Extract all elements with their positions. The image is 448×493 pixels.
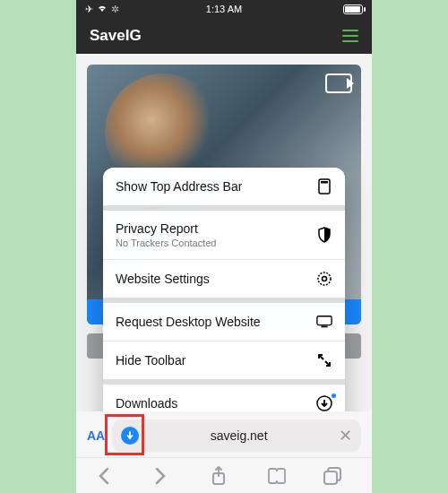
download-circle-icon [316,395,332,411]
menu-sublabel: No Trackers Contacted [116,238,217,248]
menu-website-settings[interactable]: Website Settings [103,260,345,303]
site-header: SaveIG [76,18,372,54]
desktop-icon [316,314,332,330]
airplane-icon: ✈ [85,4,93,15]
menu-request-desktop[interactable]: Request Desktop Website [103,303,345,342]
menu-label: Hide Toolbar [116,353,185,368]
status-bar: ✈ ✲ 1:13 AM [76,0,372,18]
svg-rect-1 [321,181,328,184]
menu-show-top-address[interactable]: Show Top Address Bar [103,168,345,211]
menu-hide-toolbar[interactable]: Hide Toolbar [103,342,345,385]
phone-frame: ✈ ✲ 1:13 AM SaveIG Show Top Address Bar [76,0,372,493]
svg-rect-12 [324,471,337,484]
menu-label: Downloads [116,396,177,411]
expand-icon [316,352,332,368]
bookmarks-button[interactable] [267,468,294,484]
forward-button[interactable] [154,467,181,485]
loading-icon: ✲ [111,4,119,15]
address-bar-area: AA saveig.net ✕ [76,411,372,457]
back-button[interactable] [98,467,125,485]
shield-icon [316,227,332,243]
share-button[interactable] [211,466,237,486]
aa-button[interactable]: AA [87,428,105,443]
bottom-toolbar [76,457,372,493]
svg-point-2 [318,272,331,285]
menu-privacy-report[interactable]: Privacy Report No Trackers Contacted [103,211,345,260]
page-content: Show Top Address Bar Privacy Report No T… [76,54,372,411]
wifi-icon [97,4,108,14]
tabs-button[interactable] [323,467,350,485]
download-indicator-icon[interactable] [121,427,139,445]
badge-dot [332,394,336,398]
menu-label: Privacy Report [116,221,217,236]
aa-menu: Show Top Address Bar Privacy Report No T… [103,168,345,411]
hamburger-icon[interactable] [342,30,358,42]
battery-icon [343,4,363,14]
clock: 1:13 AM [206,4,242,14]
gear-icon [316,271,332,287]
menu-label: Request Desktop Website [116,315,261,329]
menu-label: Website Settings [116,272,210,286]
url-text: saveig.net [146,428,332,443]
svg-point-3 [323,277,327,281]
menu-downloads[interactable]: Downloads [103,385,345,411]
close-icon[interactable]: ✕ [339,428,352,444]
address-bar-top-icon [316,178,332,195]
site-brand: SaveIG [90,27,142,45]
address-bar[interactable]: saveig.net ✕ [112,419,361,452]
svg-rect-4 [317,316,332,325]
video-icon [325,74,352,93]
menu-label: Show Top Address Bar [116,179,242,194]
svg-rect-5 [321,326,327,328]
